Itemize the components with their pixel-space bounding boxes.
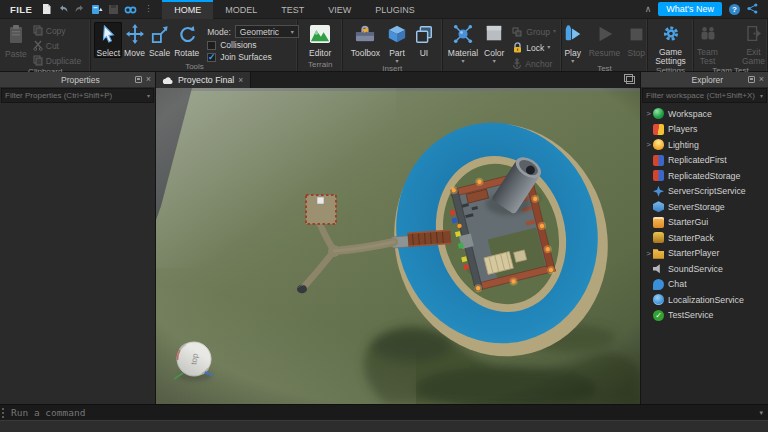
material-button[interactable]: Material ▾ [446, 22, 480, 64]
ui-button[interactable]: UI [412, 22, 436, 58]
explorer-item-localizationservice[interactable]: LocalizationService [641, 292, 768, 308]
explorer-filter[interactable]: ▾ [642, 88, 767, 103]
scale-tool-button[interactable]: Scale [147, 22, 172, 58]
save-icon[interactable] [108, 4, 119, 15]
explorer-item-soundservice[interactable]: SoundService [641, 261, 768, 277]
expand-chevron-icon[interactable]: > [644, 249, 653, 258]
customize-qat-icon[interactable]: ⋮ [142, 5, 154, 13]
exit-game-button[interactable]: Exit Game [733, 22, 768, 66]
starter-gui-icon [653, 217, 664, 228]
explorer-item-replicatedfirst[interactable]: ReplicatedFirst [641, 153, 768, 169]
explorer-item-startergui[interactable]: StarterGui [641, 215, 768, 231]
duplicate-button[interactable]: Duplicate [33, 54, 81, 67]
explorer-header[interactable]: Explorer × [641, 72, 768, 87]
copy-button[interactable]: Copy [33, 24, 81, 37]
scale-icon [151, 24, 169, 48]
explorer-item-replicatedstorage[interactable]: ReplicatedStorage [641, 168, 768, 184]
collapse-ribbon-icon[interactable]: ∧ [645, 4, 652, 14]
cloud-icon [162, 71, 174, 89]
properties-title: Properties [26, 75, 135, 85]
tab-plugins[interactable]: PLUGINS [363, 0, 427, 19]
ribbon-group-clipboard: Paste Copy Cut Duplicate [0, 19, 91, 71]
new-file-icon[interactable] [41, 3, 52, 15]
move-tool-button[interactable]: Move [122, 22, 147, 58]
viewport-tab-bar: Proyecto Final × [156, 72, 640, 88]
join-surfaces-checkbox[interactable]: ✓ Join Surfaces [207, 52, 299, 62]
group-button[interactable]: Group ▾ [512, 25, 556, 38]
file-menu[interactable]: FILE [0, 4, 41, 15]
terrain-editor-button[interactable]: Editor [307, 22, 333, 58]
rotate-tool-button[interactable]: Rotate [172, 22, 201, 58]
vignette [156, 88, 640, 404]
undo-icon[interactable] [57, 4, 69, 15]
toolbox-button[interactable]: Toolbox [349, 22, 382, 58]
team-test-icon [698, 24, 718, 47]
tab-home[interactable]: HOME [162, 0, 213, 19]
tab-view[interactable]: VIEW [316, 0, 363, 19]
quick-access-toolbar: ⋮ [41, 3, 162, 15]
float-window-icon[interactable] [626, 76, 635, 84]
color-dropdown-icon[interactable]: ▾ [493, 59, 496, 64]
redo-icon[interactable] [74, 4, 86, 15]
explorer-item-starterpack[interactable]: StarterPack [641, 230, 768, 246]
play-button[interactable]: Play ▾ [561, 22, 585, 64]
cut-button[interactable]: Cut [33, 39, 81, 52]
paste-button[interactable]: Paste [3, 22, 29, 59]
stop-icon [626, 24, 646, 48]
whats-new-button[interactable]: What's New [658, 2, 722, 16]
resume-button[interactable]: Resume [587, 22, 623, 58]
replicated-first-icon [653, 155, 664, 166]
lock-dropdown-icon[interactable]: ▾ [547, 45, 550, 50]
publish-icon[interactable] [91, 3, 103, 15]
explorer-item-starterplayer[interactable]: > StarterPlayer [641, 246, 768, 262]
move-icon [126, 24, 144, 48]
part-button[interactable]: Part ▾ [385, 22, 409, 64]
viewport-canvas[interactable]: top [156, 88, 640, 404]
anchor-button[interactable]: Anchor [512, 57, 556, 70]
properties-header[interactable]: Properties × [0, 72, 155, 87]
pin-icon[interactable] [748, 76, 755, 83]
properties-filter-input[interactable] [2, 91, 147, 100]
stop-button[interactable]: Stop [624, 22, 648, 58]
ribbon-group-team-test: Team Test Exit Game Team Test [694, 19, 768, 71]
team-test-button[interactable]: Team Test [687, 22, 729, 66]
explorer-item-serverstorage[interactable]: ServerStorage [641, 199, 768, 215]
filter-caret-icon[interactable]: ▾ [147, 92, 153, 99]
find-icon[interactable] [124, 4, 137, 15]
server-storage-icon [653, 201, 664, 212]
pin-icon[interactable] [135, 76, 142, 83]
viewport-tab[interactable]: Proyecto Final × [156, 72, 251, 88]
explorer-item-serverscriptservice[interactable]: ServerScriptService [641, 184, 768, 200]
explorer-item-chat[interactable]: Chat [641, 277, 768, 293]
help-icon[interactable]: ? [729, 4, 740, 15]
close-icon[interactable]: × [759, 75, 764, 84]
lock-button[interactable]: Lock ▾ [512, 41, 556, 54]
collisions-checkbox[interactable]: Collisions [207, 40, 299, 50]
command-bar-caret-icon[interactable]: ▾ [759, 409, 768, 417]
game-settings-button[interactable]: Game Settings [650, 22, 692, 66]
drag-grip-icon[interactable] [2, 408, 7, 418]
properties-filter[interactable]: ▾ [1, 88, 154, 103]
mode-dropdown[interactable]: Geometric ▾ [235, 25, 299, 38]
tab-model[interactable]: MODEL [213, 0, 269, 19]
roblox-studio-window: FILE ⋮ HOME MODEL TEST VIEW PLUGINS ∧ Wh… [0, 0, 768, 432]
command-input[interactable] [11, 407, 759, 418]
color-button[interactable]: Color ▾ [482, 22, 506, 64]
close-icon[interactable]: × [146, 75, 151, 84]
select-tool-button[interactable]: Select [94, 22, 122, 58]
explorer-item-players[interactable]: Players [641, 122, 768, 138]
tab-test[interactable]: TEST [269, 0, 316, 19]
tab-close-icon[interactable]: × [238, 75, 243, 85]
select-cursor-icon [99, 24, 117, 48]
explorer-item-lighting[interactable]: > Lighting [641, 137, 768, 153]
explorer-item-testservice[interactable]: TestService [641, 308, 768, 324]
command-bar[interactable]: ▾ [0, 404, 768, 420]
share-icon[interactable] [747, 0, 758, 18]
expand-chevron-icon[interactable]: > [644, 140, 653, 149]
expand-chevron-icon[interactable]: > [644, 109, 653, 118]
explorer-filter-input[interactable] [643, 91, 760, 100]
filter-caret-icon[interactable]: ▾ [760, 92, 766, 99]
terrain-editor-icon [309, 24, 331, 48]
material-dropdown-icon[interactable]: ▾ [461, 59, 464, 64]
explorer-item-workspace[interactable]: > Workspace [641, 106, 768, 122]
